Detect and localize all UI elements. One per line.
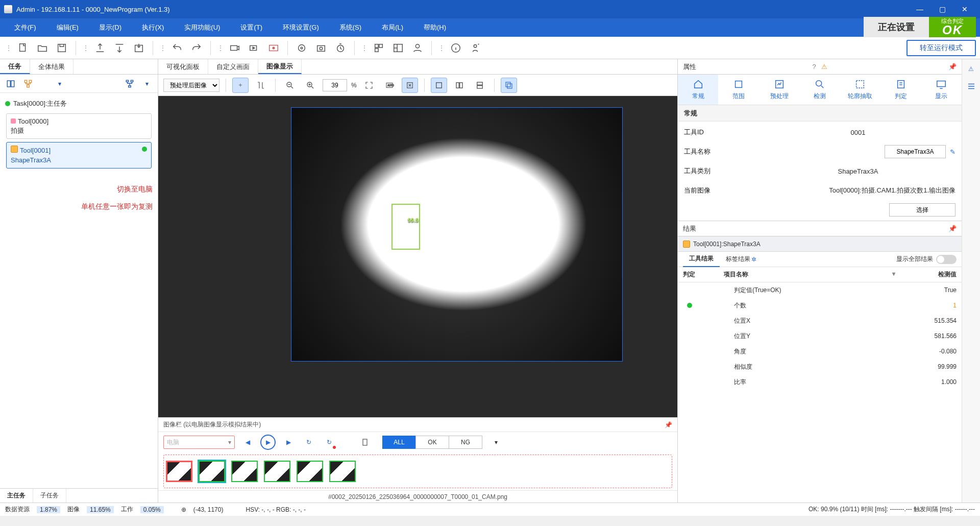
menu-help[interactable]: 帮助(H) (413, 18, 456, 37)
ptab-detect[interactable]: 检测 (799, 75, 840, 105)
run-mode-button[interactable]: 转至运行模式 (906, 40, 976, 56)
thumbnail[interactable] (199, 461, 225, 482)
thumbnail[interactable] (231, 461, 258, 482)
filter-ok[interactable]: OK (415, 436, 449, 449)
redo-icon[interactable] (188, 39, 205, 57)
prev-icon[interactable]: ◀ (240, 435, 255, 450)
dropdown-icon[interactable]: ▾ (140, 77, 154, 90)
col-judge[interactable]: 判定 (683, 270, 724, 279)
tab-custom[interactable]: 自定义画面 (208, 59, 258, 74)
view-split-v-icon[interactable] (451, 78, 468, 93)
rtab-label[interactable]: 标签结果 ✲ (720, 252, 763, 267)
col-name[interactable]: 项目名称 ▾ (724, 270, 895, 279)
timer-icon[interactable] (332, 39, 349, 57)
tool-card-1[interactable]: Tool[0001] ShapeTrax3A (6, 142, 152, 168)
minimize-button[interactable]: — (909, 0, 931, 18)
ptab-general[interactable]: 常规 (678, 75, 718, 105)
menu-run[interactable]: 执行(X) (132, 18, 174, 37)
zoom-input[interactable] (323, 79, 347, 91)
edit-icon[interactable]: ✎ (950, 148, 955, 156)
task-row[interactable]: Task[0000]:主任务 (4, 97, 154, 110)
grid-icon[interactable] (370, 39, 387, 57)
flow-icon[interactable] (123, 77, 136, 90)
ptab-display[interactable]: 显示 (921, 75, 962, 105)
zoom-out-icon[interactable] (282, 78, 298, 93)
menu-settings[interactable]: 设置(T) (230, 18, 273, 37)
overlay-icon[interactable] (501, 78, 517, 93)
warn-icon[interactable]: ⚠ (821, 63, 827, 70)
prop-name-input[interactable] (885, 145, 946, 158)
capture-icon[interactable] (312, 39, 330, 57)
filter-icon[interactable]: ▾ (53, 77, 66, 90)
undo-icon[interactable] (168, 39, 186, 57)
user-icon[interactable] (409, 39, 426, 57)
pin-icon[interactable]: 📌 (948, 225, 957, 232)
rtab-tool[interactable]: 工具结果 (683, 252, 720, 267)
source-select[interactable]: 电脑▾ (163, 436, 235, 449)
zoom-in-icon[interactable] (302, 78, 318, 93)
pin-icon[interactable]: 📌 (665, 421, 672, 428)
new-icon[interactable] (14, 39, 32, 57)
record-icon[interactable] (265, 39, 282, 57)
menu-env[interactable]: 环境设置(G) (273, 18, 329, 37)
gear-icon[interactable]: ✲ (751, 256, 756, 263)
menu-system[interactable]: 系统(S) (329, 18, 372, 37)
pin-icon[interactable]: 📌 (948, 63, 957, 70)
crop-icon[interactable] (253, 78, 269, 93)
filter-all[interactable]: ALL (382, 436, 416, 449)
tab-tasks[interactable]: 任务 (0, 59, 30, 74)
thumbnail[interactable] (329, 461, 356, 482)
auto-icon[interactable]: AUTO (381, 78, 398, 93)
save-icon[interactable] (53, 39, 70, 57)
thumbnail[interactable] (264, 461, 290, 482)
ptab-judge[interactable]: 判定 (880, 75, 921, 105)
panel-icon[interactable] (4, 77, 17, 90)
play-icon[interactable]: ▶ (260, 435, 276, 450)
help-icon[interactable]: ? (812, 63, 816, 70)
select-image-button[interactable]: 选择 (889, 203, 955, 217)
tool-card-0[interactable]: Tool[0000] 拍摄 (6, 113, 152, 139)
ptab-range[interactable]: 范围 (718, 75, 758, 105)
more-icon[interactable]: ▾ (495, 439, 498, 446)
view-single-icon[interactable] (431, 78, 447, 93)
tab-results-all[interactable]: 全体结果 (30, 59, 74, 74)
bottom-tab-sub[interactable]: 子任务 (33, 489, 66, 503)
target-icon[interactable] (293, 39, 310, 57)
col-value[interactable]: 检测值 (895, 270, 957, 279)
tab-image[interactable]: 图像显示 (258, 59, 302, 74)
thumbnail[interactable] (297, 461, 323, 482)
menu-edit[interactable]: 编辑(E) (46, 18, 89, 37)
loop-icon[interactable]: ↻ (301, 435, 316, 450)
bottom-tab-main[interactable]: 主任务 (0, 489, 33, 503)
warn-strip-icon[interactable]: ⚠ (966, 63, 977, 75)
list-strip-icon[interactable] (966, 81, 977, 92)
camera-play-icon[interactable] (246, 39, 263, 57)
info-icon[interactable] (447, 39, 464, 57)
import-icon[interactable] (130, 39, 148, 57)
image-canvas[interactable]: 99.9 (158, 96, 677, 417)
layout-icon[interactable] (389, 39, 407, 57)
support-icon[interactable] (467, 39, 484, 57)
thumbnail[interactable] (166, 461, 192, 482)
ptab-contour[interactable]: 轮廓抽取 (840, 75, 880, 105)
next-icon[interactable]: ▶ (281, 435, 296, 450)
filter-ng[interactable]: NG (449, 436, 482, 449)
mode-plus-icon[interactable]: ＋ (232, 78, 249, 93)
loop-rec-icon[interactable]: ↻ (322, 435, 337, 450)
view-split-h-icon[interactable] (472, 78, 488, 93)
menu-utility[interactable]: 实用功能(U) (174, 18, 230, 37)
upload-icon[interactable] (91, 39, 109, 57)
fit-icon[interactable] (361, 78, 377, 93)
open-icon[interactable] (34, 39, 51, 57)
image-source-select[interactable]: 预处理后图像 (163, 79, 219, 92)
camera-icon[interactable] (226, 39, 243, 57)
menu-file[interactable]: 文件(F) (4, 18, 46, 37)
show-all-toggle[interactable] (936, 255, 957, 264)
actual-size-icon[interactable] (402, 78, 418, 93)
tree-icon[interactable] (21, 77, 35, 90)
download-icon[interactable] (111, 39, 128, 57)
maximize-button[interactable]: ▢ (931, 0, 953, 18)
menu-layout[interactable]: 布局(L) (372, 18, 413, 37)
menu-view[interactable]: 显示(D) (89, 18, 132, 37)
tab-vis-panel[interactable]: 可视化面板 (158, 59, 208, 74)
